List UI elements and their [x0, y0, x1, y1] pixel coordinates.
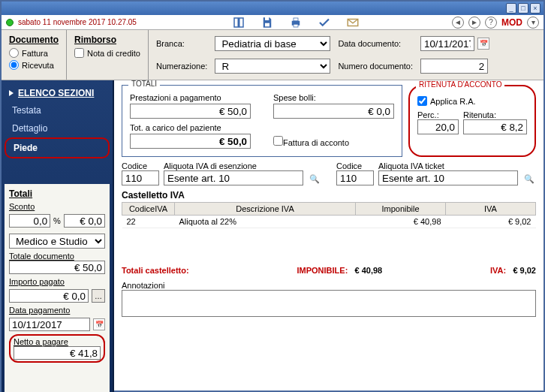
netto-input — [14, 346, 101, 360]
applica-ra-check[interactable]: Applica R.A. — [417, 96, 527, 106]
esen1-input[interactable] — [164, 170, 303, 185]
documento-panel: Documento Fattura Ricevuta — [2, 30, 66, 80]
ritenuta-group-label: RITENUTA D'ACCONTO — [416, 80, 504, 89]
percent-label: % — [53, 216, 61, 225]
totals-header: Totali — [9, 188, 105, 199]
numerazione-select[interactable]: R — [215, 59, 330, 74]
fattura-acconto-check[interactable]: Fattura di acconto — [273, 136, 349, 147]
lookup2-icon[interactable]: 🔍 — [522, 172, 536, 185]
sidebar-item-dettaglio[interactable]: Dettaglio — [5, 119, 110, 137]
castelletto-table: CodiceIVA Descrizione IVA Imponibile IVA… — [122, 202, 536, 228]
perc-label: Perc.: — [417, 110, 439, 119]
save-icon[interactable] — [260, 15, 275, 30]
aliq-tkt-label: Aliquota IVA ticket — [378, 161, 518, 170]
applica-ra-label: Applica R.A. — [430, 97, 476, 106]
iva-value: € 9,02 — [513, 266, 536, 275]
prest-label: Prestazioni a pagamento — [130, 93, 251, 102]
nota-credito-check[interactable]: Nota di credito — [74, 48, 140, 58]
totcar-input — [130, 134, 251, 149]
cell-descr: Aliquota al 22% — [175, 216, 356, 228]
help-button[interactable]: ? — [485, 17, 497, 29]
sidebar-item-testata[interactable]: Testata — [5, 101, 110, 119]
esen2-input[interactable] — [378, 170, 518, 185]
mail-icon[interactable] — [345, 15, 360, 30]
col-descrizione[interactable]: Descrizione IVA — [175, 203, 356, 216]
imponibile-label: IMPONIBILE: — [297, 266, 348, 275]
svg-rect-3 — [294, 24, 298, 27]
totdoc-label: Totale documento — [9, 252, 105, 261]
fattura-acconto-label: Fattura di acconto — [283, 138, 349, 147]
perc-input[interactable] — [417, 119, 459, 134]
ritenuta-label: Ritenuta: — [463, 110, 496, 119]
check-icon[interactable] — [317, 15, 332, 30]
castelletto-title: Castelletto IVA — [122, 190, 536, 201]
codice2-label: Codice — [336, 161, 374, 170]
col-imponibile[interactable]: Imponibile — [356, 203, 446, 216]
sconto-label: Sconto — [9, 202, 105, 211]
print-icon[interactable] — [288, 15, 303, 30]
sidebar-header: ELENCO SEZIONI — [5, 85, 110, 101]
prest-input — [130, 104, 251, 119]
ricevuta-radio[interactable]: Ricevuta — [9, 60, 59, 70]
cell-iva: € 9,02 — [446, 216, 536, 228]
fattura-radio[interactable]: Fattura — [9, 48, 59, 58]
status-dot-icon — [6, 19, 14, 26]
codice1-input[interactable] — [122, 170, 159, 185]
iva-label: IVA: — [490, 266, 506, 275]
status-bar: sabato 11 novembre 2017 10.27.05 ◄ ► ? M… — [2, 15, 543, 30]
sidebar-item-piede[interactable]: Piede — [5, 137, 110, 158]
ricevuta-label: Ricevuta — [22, 61, 54, 70]
rimborso-title: Rimborso — [74, 35, 140, 45]
castelletto-totals: Totali castelletto: IMPONIBILE: € 40,98 … — [122, 266, 536, 275]
calendar-icon[interactable]: 📅 — [93, 318, 105, 330]
numerazione-label: Numerazione: — [156, 62, 207, 71]
branca-label: Branca: — [156, 39, 207, 48]
table-row[interactable]: 22 Aliquota al 22% € 40,98 € 9,02 — [122, 216, 536, 228]
cell-codice: 22 — [122, 216, 175, 228]
minimize-button[interactable]: _ — [506, 3, 516, 14]
svg-rect-2 — [294, 18, 298, 21]
chevron-right-icon — [9, 90, 14, 96]
nav-back-button[interactable]: ◄ — [452, 17, 464, 29]
maximize-button[interactable]: □ — [518, 3, 528, 14]
sidebar: ELENCO SEZIONI Testata Dettaglio Piede T… — [2, 80, 114, 392]
cell-imp: € 40,98 — [356, 216, 446, 228]
datapag-input[interactable] — [9, 318, 90, 331]
ritenuta-group: RITENUTA D'ACCONTO Applica R.A. Perc.: R… — [408, 85, 536, 157]
totali-group-label: TOTALI — [128, 80, 160, 88]
spese-label: Spese bolli: — [273, 93, 394, 102]
data-doc-input[interactable] — [420, 36, 474, 51]
spese-input — [273, 104, 394, 119]
nota-credito-label: Nota di credito — [87, 49, 140, 58]
data-doc-label: Data documento: — [338, 39, 413, 48]
close-button[interactable]: × — [530, 3, 540, 14]
totals-sidebar: Totali Sconto % Medico e Studio Totale d… — [5, 184, 110, 392]
importo-label: Importo pagato — [9, 277, 105, 286]
totdoc-input — [9, 261, 105, 274]
lookup1-icon[interactable]: 🔍 — [308, 172, 321, 185]
codice1-label: Codice — [122, 161, 159, 170]
collapse-button[interactable]: ▾ — [527, 17, 539, 29]
medico-select[interactable]: Medico e Studio — [9, 234, 105, 249]
aliq-esen-label: Aliquota IVA di esenzione — [164, 161, 303, 170]
numdoc-input[interactable] — [420, 59, 488, 74]
totcar-label: Tot. a carico del paziente — [130, 123, 251, 132]
sconto-perc-input[interactable] — [9, 214, 50, 228]
calendar-icon[interactable]: 📅 — [477, 38, 489, 50]
main-content: TOTALI Prestazioni a pagamento Spese bol… — [114, 80, 543, 392]
ritenuta-input — [463, 119, 527, 134]
codice2-input[interactable] — [336, 170, 374, 185]
annotazioni-textarea[interactable] — [122, 290, 536, 317]
importo-input[interactable] — [9, 289, 89, 303]
documento-title: Documento — [9, 35, 59, 45]
sconto-eur-input[interactable] — [64, 214, 105, 228]
svg-rect-0 — [265, 23, 269, 26]
totcast-label: Totali castelletto: — [122, 266, 189, 275]
numdoc-label: Numero documento: — [338, 62, 413, 71]
book-icon[interactable] — [231, 15, 246, 30]
col-iva[interactable]: IVA — [446, 203, 536, 216]
nav-forward-button[interactable]: ► — [468, 17, 480, 29]
branca-select[interactable]: Pediatria di base — [215, 36, 330, 51]
col-codiceiva[interactable]: CodiceIVA — [122, 203, 175, 216]
importo-more-button[interactable]: … — [92, 289, 105, 303]
